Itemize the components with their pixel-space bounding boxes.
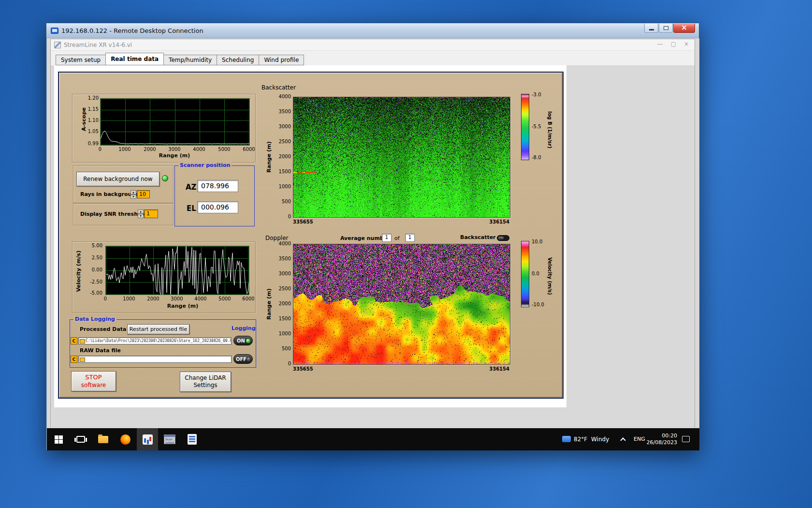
change-lidar-settings-button[interactable]: Change LiDAR Settings <box>180 372 231 392</box>
document-app-button[interactable] <box>181 428 203 450</box>
tab-wind-profile[interactable]: Wind profile <box>259 55 304 65</box>
velocity-plot-area <box>105 246 249 295</box>
ascope-xtick: 2000 <box>140 147 160 152</box>
rays-value-field[interactable]: 10 <box>137 190 150 198</box>
raw-logging-off-button[interactable]: OFF <box>233 354 253 364</box>
taskbar-clock[interactable]: 00:20 26/08/2023 <box>646 433 677 446</box>
spin-up-icon[interactable]: ▲ <box>130 190 136 194</box>
velocity-xtick: 2000 <box>144 296 163 301</box>
stop-software-button[interactable]: STOP software <box>71 371 116 391</box>
snr-threshold-box: Display SNR threshold ▲▼ 1 <box>73 203 174 225</box>
snr-value-field[interactable]: 1 <box>144 209 158 218</box>
rdp-restore-button[interactable] <box>659 24 673 33</box>
scan-scheduler-button[interactable]: Scan sched <box>159 428 180 450</box>
show-hidden-icons-chevron[interactable] <box>620 437 625 443</box>
streamline-app-button[interactable] <box>137 428 158 450</box>
ascope-xtick: 3000 <box>165 147 184 152</box>
doppler-colorbar <box>521 241 529 307</box>
az-label: AZ <box>186 183 197 192</box>
el-field[interactable]: 000.096 <box>197 201 238 213</box>
streamline-app-window: StreamLine XR v14-6.vi — ▢ × System setu… <box>50 39 695 428</box>
backscatter-cbar-tick: -3.0 <box>532 92 541 97</box>
app-title: StreamLine XR v14-6.vi <box>64 42 132 48</box>
weather-condition[interactable]: Windy <box>591 428 609 450</box>
file-explorer-button[interactable] <box>92 428 114 450</box>
restore-icon <box>664 26 668 30</box>
off-label: OFF <box>236 357 246 362</box>
app-minimize-button[interactable]: — <box>657 41 663 47</box>
processed-path-field[interactable]: C:\Lidar\Data\Proc\2023\202308\20230826\… <box>78 337 232 344</box>
firefox-button[interactable] <box>115 428 136 450</box>
average-number-field[interactable]: 1 <box>382 234 392 242</box>
ascope-xtick: 1000 <box>115 147 134 152</box>
backscatter-ytick: 3500 <box>269 109 291 114</box>
backscatter-toggle[interactable] <box>497 235 509 241</box>
remote-screen: StreamLine XR v14-6.vi — ▢ × System setu… <box>47 38 699 450</box>
processed-drive-box[interactable]: C <box>71 337 77 344</box>
ascope-xtick: 5000 <box>215 147 234 152</box>
el-label: EL <box>187 204 196 213</box>
spin-down-icon[interactable]: ▼ <box>130 194 136 199</box>
velocity-xtick: 1000 <box>119 296 139 301</box>
doppler-ytick: 500 <box>269 346 291 351</box>
tab-system-setup[interactable]: System setup <box>56 55 106 65</box>
firefox-icon <box>120 434 130 445</box>
start-button[interactable] <box>48 428 69 450</box>
velocity-xlabel: Range (m) <box>144 303 221 309</box>
velocity-ylabel: Velocity (m/s) <box>75 247 82 296</box>
raw-path-field[interactable] <box>78 356 232 363</box>
app-restore-button[interactable]: ▢ <box>671 41 676 47</box>
task-view-button[interactable] <box>70 428 91 450</box>
weather-temp[interactable]: 82°F <box>574 428 587 450</box>
language-indicator[interactable]: ENG <box>634 428 645 450</box>
stop-label-line1: STOP <box>85 374 102 381</box>
raw-drive-box[interactable]: C <box>71 356 77 363</box>
velocity-xtick: 6000 <box>239 296 258 301</box>
backscatter-ytick: 4000 <box>269 94 291 99</box>
velocity-xtick: 0 <box>96 296 115 301</box>
spin-up-icon[interactable]: ▲ <box>138 209 144 214</box>
data-logging-box: Data Logging Processed Data file Restart… <box>70 319 256 368</box>
doppler-ytick: 1500 <box>269 316 291 321</box>
app-titlebar[interactable]: StreamLine XR v14-6.vi — ▢ × <box>51 39 695 51</box>
tab-scheduling[interactable]: Scheduling <box>217 55 259 65</box>
ascope-ytick: 1.05 <box>80 129 99 134</box>
rdp-window-title: 192.168.0.122 - Remote Desktop Connectio… <box>61 27 203 34</box>
restart-processed-file-button[interactable]: Restart processed file <box>127 324 189 334</box>
velocity-ytick: -2.50 <box>82 279 102 284</box>
weather-icon <box>562 436 571 442</box>
scan-icon-text2: sched <box>165 441 174 444</box>
rays-spinner[interactable]: ▲▼ <box>130 190 136 198</box>
app-close-button[interactable]: × <box>684 41 689 47</box>
rdp-minimize-button[interactable] <box>644 24 658 33</box>
ascope-plot-area <box>100 98 250 146</box>
ascope-ytick: 1.10 <box>80 118 99 123</box>
renew-background-button[interactable]: Renew background now <box>76 172 160 186</box>
backscatter-cbar-tick: -8.0 <box>532 155 541 160</box>
snr-spinner[interactable]: ▲▼ <box>138 209 144 218</box>
restart-processed-file-label: Restart processed file <box>130 326 187 332</box>
ascope-xlabel: Range (m) <box>136 152 213 159</box>
doppler-cbar-tick: 0.0 <box>532 271 539 276</box>
doppler-ytick: 4000 <box>269 241 291 246</box>
taskbar: Scan sched 82°F Windy ENG 00:20 26/08/20… <box>47 428 699 450</box>
backscatter-ytick: 1000 <box>269 184 291 189</box>
taskbar-time: 00:20 <box>646 433 677 439</box>
velocity-xtick: 3000 <box>167 296 187 301</box>
scanner-position-title: Scanner position <box>178 162 232 168</box>
tab-real-time-data[interactable]: Real time data <box>105 53 164 65</box>
average-total-field[interactable]: 1 <box>405 234 415 242</box>
rdp-titlebar[interactable]: 192.168.0.122 - Remote Desktop Connectio… <box>46 23 699 38</box>
change-settings-line1: Change LiDAR <box>185 374 226 382</box>
notification-center-icon[interactable] <box>682 436 690 442</box>
velocity-xtick: 5000 <box>215 296 234 301</box>
tab-temp-humidity[interactable]: Temp/humidity <box>163 55 217 65</box>
minimize-icon <box>649 29 654 30</box>
processed-logging-on-button[interactable]: ON <box>233 336 253 345</box>
velocity-ytick: 5.00 <box>82 243 102 248</box>
spin-down-icon[interactable]: ▼ <box>138 214 144 218</box>
rdp-close-button[interactable]: × <box>673 24 695 33</box>
az-field[interactable]: 078.996 <box>197 180 238 192</box>
logging-label: Logging <box>232 325 256 331</box>
backscatter-plot-area <box>293 97 510 218</box>
